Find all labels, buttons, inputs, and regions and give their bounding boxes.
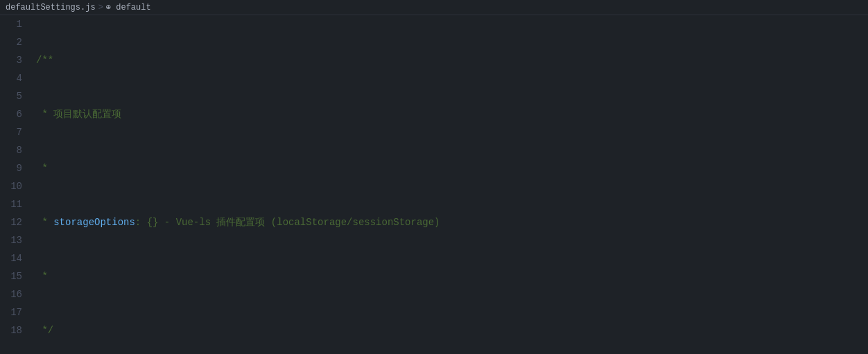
line-5: * — [33, 267, 868, 285]
ln-11: 11 — [0, 195, 22, 213]
line-2: * 项目默认配置项 — [33, 105, 868, 123]
line-4: * storageOptions: {} - Vue-ls 插件配置项 (loc… — [33, 213, 868, 231]
breadcrumb-file: defaultSettings.js — [6, 3, 96, 12]
editor-container: defaultSettings.js > ⊕ default 1 2 3 4 5… — [0, 0, 868, 354]
breadcrumb-symbol: ⊕ default — [106, 2, 151, 12]
ln-4: 4 — [0, 69, 22, 87]
ln-9: 9 — [0, 159, 22, 177]
ln-13: 13 — [0, 231, 22, 249]
ln-8: 8 — [0, 141, 22, 159]
ln-16: 16 — [0, 285, 22, 303]
ln-5: 5 — [0, 87, 22, 105]
breadcrumb-sep: > — [98, 3, 103, 12]
ln-1: 1 — [0, 15, 22, 33]
ln-10: 10 — [0, 177, 22, 195]
ln-6: 6 — [0, 105, 22, 123]
ln-12: 12 — [0, 213, 22, 231]
ln-3: 3 — [0, 51, 22, 69]
line-1: /** — [33, 51, 868, 69]
ln-2: 2 — [0, 33, 22, 51]
code-area: 1 2 3 4 5 6 7 8 9 10 11 12 13 14 15 16 1… — [0, 15, 868, 354]
line-6: */ — [33, 321, 868, 339]
ln-7: 7 — [0, 123, 22, 141]
ln-14: 14 — [0, 249, 22, 267]
line-numbers: 1 2 3 4 5 6 7 8 9 10 11 12 13 14 15 16 1… — [0, 15, 33, 354]
ln-15: 15 — [0, 267, 22, 285]
ln-17: 17 — [0, 303, 22, 321]
line-3: * — [33, 159, 868, 177]
code-content: /** * 项目默认配置项 * * storageOptions: {} - V… — [33, 15, 868, 354]
ln-18: 18 — [0, 321, 22, 339]
breadcrumb: defaultSettings.js > ⊕ default — [0, 0, 868, 15]
